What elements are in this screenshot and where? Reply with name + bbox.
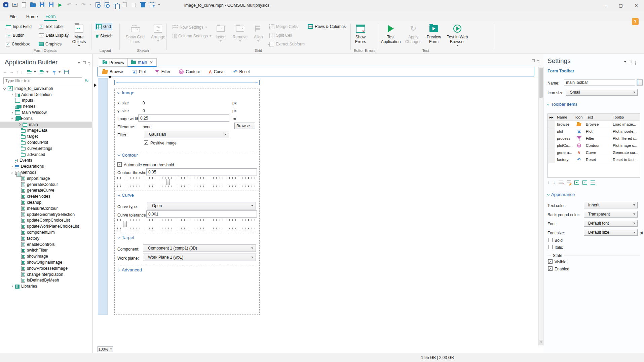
settings-menu-icon[interactable] (624, 61, 626, 63)
delete-icon[interactable] (140, 2, 146, 8)
minimize-icon[interactable]: — (598, 0, 613, 11)
toolbar-items-table[interactable]: ▸▸ Name Icon Text Tooltip browse Browse … (547, 113, 640, 178)
section-curve[interactable]: Curve (117, 193, 134, 198)
italic-checkbox[interactable] (548, 245, 553, 249)
add-toggle-item-icon[interactable] (582, 180, 587, 185)
section-appearance[interactable]: Appearance (547, 192, 575, 197)
zoom-level-dropdown[interactable]: 100% (98, 346, 113, 352)
row-selector-strip[interactable] (98, 78, 108, 315)
test-web-browser-button[interactable]: Test in Web Browser (445, 22, 469, 48)
add-separator-icon[interactable] (591, 180, 595, 185)
tree-item-componentdim[interactable]: componentDim (0, 229, 92, 235)
customize-toolbar-icon[interactable] (158, 4, 160, 5)
more-objects-button[interactable]: More Objects (69, 22, 89, 48)
button-button[interactable]: OKButton (5, 32, 26, 39)
component-combo[interactable]: Component 1 (comp1) (3D) (143, 244, 256, 252)
work-plane-combo[interactable]: Work Plane 1 (wp1) (143, 254, 256, 261)
filter-dropdown-icon[interactable] (59, 71, 61, 73)
inspect-document-icon[interactable] (104, 2, 110, 8)
graphics-button[interactable]: Graphics (38, 40, 63, 48)
text-color-combo[interactable]: Inherit (584, 202, 638, 208)
tree-item-generatecurve[interactable]: generateCurve (0, 188, 92, 194)
tree-item-events[interactable]: Events (0, 158, 92, 164)
sketch-layout-button[interactable]: #Sketch (95, 32, 113, 40)
select-region-icon[interactable] (149, 2, 155, 8)
background-color-combo[interactable]: Transparent (584, 211, 638, 218)
tree-item-themes[interactable]: Themes (0, 103, 92, 109)
editor-pin-icon[interactable] (537, 60, 539, 61)
filter-icon[interactable] (52, 71, 56, 73)
open-file-icon[interactable] (30, 2, 36, 8)
grid-layout-button[interactable]: Grid (95, 23, 112, 30)
tree-item-cleanup[interactable]: cleanup (0, 199, 92, 205)
panel-float-icon[interactable] (83, 61, 86, 64)
tree-item-updategeometryselection[interactable]: updateGeometrySelection (0, 211, 92, 218)
text-label-button[interactable]: TText Label (38, 23, 65, 30)
model-manager-icon[interactable] (12, 2, 18, 8)
tab-home[interactable]: Home (25, 12, 39, 21)
toolbar-browse-button[interactable]: Browse (102, 69, 123, 74)
copy-icon[interactable] (113, 2, 119, 8)
toolbar-contour-button[interactable]: Contour (179, 69, 200, 74)
table-row[interactable]: process Filter Plot filtered i... (548, 135, 640, 142)
curve-tolerance-slider[interactable] (117, 219, 257, 229)
section-image[interactable]: Image (117, 90, 135, 95)
redo-dropdown-icon[interactable] (89, 4, 91, 5)
tree-item-root[interactable]: image_to_curve.mph (0, 86, 92, 92)
tree-item-methods[interactable]: Methods (0, 169, 92, 175)
edit-item-icon[interactable] (567, 180, 571, 184)
positive-image-checkbox[interactable]: ✓ (144, 140, 148, 145)
tree-item-changeinterpolation[interactable]: changeInterpolation (0, 271, 92, 277)
filter-combo[interactable]: Gaussian (144, 131, 229, 138)
contour-threshold-input[interactable] (146, 168, 257, 175)
tree-filter-input[interactable] (3, 77, 82, 84)
bold-checkbox[interactable] (548, 238, 553, 242)
slider-thumb[interactable] (166, 179, 170, 185)
tree-item-generatecontour[interactable]: generateContour (0, 182, 92, 188)
font-combo[interactable]: Default font (584, 220, 638, 227)
tree-item-contourplot[interactable]: contourPlot (0, 139, 92, 145)
run-icon[interactable]: ▶ (57, 2, 63, 8)
show-in-model-builder-icon[interactable] (64, 70, 69, 74)
tab-form[interactable]: Form (44, 12, 57, 21)
preview-document-icon[interactable] (94, 2, 101, 8)
table-row[interactable]: factory ↶ Reset Reset to fact... (548, 156, 640, 163)
tree-item-factory[interactable]: factory (0, 235, 92, 241)
vertical-scrollbar[interactable]: ▼ (538, 67, 543, 345)
tree-item-importimage[interactable]: importImage (0, 175, 92, 182)
tree-item-forms[interactable]: Forms (0, 116, 92, 122)
tree-item-curvesettings[interactable]: curveSettings (0, 145, 92, 152)
panel-pin-icon[interactable] (88, 62, 90, 63)
tree-item-updatecompchoicelist[interactable]: updateCompChoiceList (0, 218, 92, 224)
toolbar-filter-button[interactable]: Filter (155, 69, 171, 74)
table-row[interactable]: browse Browse Load image... (548, 121, 640, 128)
tree-item-isdefinedbymesh[interactable]: isDefinedByMesh (0, 277, 92, 284)
toolbar-reset-button[interactable]: ↶Reset (233, 69, 250, 74)
section-target[interactable]: Target (117, 235, 135, 240)
name-input[interactable] (564, 79, 635, 86)
curve-type-combo[interactable]: Open (147, 202, 256, 209)
section-advanced[interactable]: Advanced (117, 267, 142, 272)
form-toolbar-object[interactable]: Browse Plot Filter Contour ΛCurve ↶Reset (97, 67, 534, 76)
save-icon[interactable] (39, 2, 45, 8)
collapse-all-dropdown-icon[interactable] (46, 71, 48, 73)
tree-item-updateworkplanechoicelist[interactable]: updateWorkPlaneChoiceList (0, 223, 92, 229)
tree-item-enablecontrols[interactable]: enableControls (0, 241, 92, 248)
settings-float-icon[interactable] (629, 61, 632, 63)
settings-pin-icon[interactable] (635, 61, 636, 63)
enabled-checkbox[interactable]: ✓ (548, 266, 553, 271)
add-item-icon[interactable] (574, 180, 579, 185)
form-canvas[interactable]: Image x: size 0 px y: size 0 px Image wi… (114, 89, 260, 315)
expand-all-dropdown-icon[interactable] (34, 71, 36, 73)
scrollbar-thumb[interactable] (539, 68, 543, 98)
tree-item-addin-definition[interactable]: Add-in Definition (0, 92, 92, 98)
collapse-all-icon[interactable] (40, 70, 44, 74)
tree-item-createnodes[interactable]: createNodes (0, 193, 92, 199)
visible-checkbox[interactable]: ✓ (548, 259, 553, 264)
tree-item-switchfilter[interactable]: switchFilter (0, 248, 92, 254)
panel-menu-icon[interactable] (78, 62, 80, 63)
table-row[interactable]: plotCo... Contour Plot image c... (548, 142, 640, 149)
rename-button[interactable] (637, 79, 643, 86)
show-errors-button[interactable]: Show Errors (352, 22, 369, 48)
slider-thumb[interactable] (123, 221, 127, 227)
